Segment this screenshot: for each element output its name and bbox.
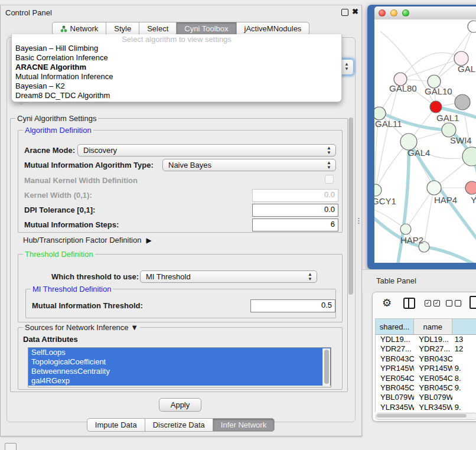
table-cell: 9. bbox=[452, 403, 476, 412]
kernel-width-row: Kernel Width (0,1): 0.0 bbox=[24, 189, 336, 202]
table-row[interactable]: YPR145WYPR145W9. bbox=[376, 364, 476, 373]
network-window-titlebar[interactable] bbox=[374, 6, 476, 20]
network-canvas[interactable]: GALGAL80GAL10GAL1GAL11SWI4GAL4GCY1HAP4YH… bbox=[374, 19, 476, 263]
network-node-gcy1[interactable] bbox=[374, 184, 382, 196]
table-cell: YPR145W bbox=[376, 364, 414, 373]
mi-type-label: Mutual Information Algorithm Type: bbox=[24, 161, 154, 169]
table-row[interactable]: YDR27...YDR27...12 bbox=[376, 344, 476, 354]
attribute-item-topologicalcoefficient[interactable]: TopologicalCoefficient bbox=[28, 357, 331, 367]
column-header-2[interactable] bbox=[452, 319, 476, 334]
mi-steps-row: Mutual Information Steps: 6 bbox=[24, 219, 336, 231]
tab-cyni-toolbox-label: Cyni Toolbox bbox=[184, 24, 228, 33]
mi-threshold-group: MI Threshold Definition Mutual Informati… bbox=[25, 289, 336, 318]
aracne-mode-select[interactable]: Discovery ▲▼ bbox=[77, 144, 336, 156]
scrollbar-thumb[interactable] bbox=[377, 414, 467, 418]
algorithm-option-dream8-dc-tdc-algorithm[interactable]: Dream8 DC_TDC Algorithm bbox=[12, 91, 341, 100]
table-cell: YBR045C bbox=[376, 383, 414, 393]
node-label-hap2: HAP2 bbox=[400, 235, 423, 245]
apply-button[interactable]: Apply bbox=[159, 398, 201, 412]
sources-group: Sources for Network Inference ▼ Data Att… bbox=[18, 327, 343, 390]
network-node[interactable] bbox=[468, 21, 476, 32]
combo-arrows-icon: ▲▼ bbox=[344, 62, 349, 71]
mi-threshold-field[interactable]: 0.5 bbox=[250, 299, 335, 312]
network-node[interactable] bbox=[430, 101, 442, 113]
column-header-name[interactable]: name bbox=[414, 319, 452, 334]
table-panel-window: ⚙ ✓✓ shared...name YDL19...YDL19...13YDR… bbox=[372, 292, 476, 422]
aracne-mode-label: Aracne Mode: bbox=[24, 146, 75, 155]
tab-cyni-toolbox[interactable]: Cyni Toolbox bbox=[176, 22, 236, 35]
table-cell: YDL19... bbox=[376, 335, 414, 344]
algorithm-option-bayesian-hill-climbing[interactable]: Bayesian – Hill Climbing bbox=[12, 44, 341, 53]
attribute-item-selfloops[interactable]: SelfLoops bbox=[28, 348, 331, 357]
dropdown-placeholder: Select algorithm to view settings bbox=[12, 34, 341, 44]
attribute-item-betweennesscentrality[interactable]: BetweennessCentrality bbox=[28, 367, 331, 376]
tab-discretize-data[interactable]: Discretize Data bbox=[145, 418, 213, 432]
scrollbar-thumb[interactable] bbox=[324, 350, 329, 384]
tab-jactivemnodules[interactable]: jActiveMNodules bbox=[236, 22, 310, 35]
network-node-hap2[interactable] bbox=[400, 224, 411, 234]
manual-kernel-row: Manual Kernel Width Definition bbox=[24, 174, 336, 187]
settings-vertical-scrollbar[interactable] bbox=[348, 117, 354, 389]
network-node-hap4[interactable] bbox=[427, 181, 441, 195]
deselect-all-checkboxes-icon[interactable] bbox=[446, 300, 461, 306]
table-horizontal-scrollbar[interactable] bbox=[376, 413, 476, 420]
scrollbar-thumb[interactable] bbox=[348, 118, 353, 295]
tab-infer-network[interactable]: Infer Network bbox=[213, 418, 275, 432]
mi-steps-field[interactable]: 6 bbox=[252, 219, 338, 231]
table-cell: 9. bbox=[452, 383, 476, 393]
table-cell: 13 bbox=[452, 335, 476, 344]
table-cell: YER054C bbox=[376, 374, 414, 383]
algorithm-option-aracne-algorithm[interactable]: ARACNE Algorithm bbox=[12, 63, 341, 72]
table-row[interactable]: YBR045CYBR045C9. bbox=[376, 383, 476, 393]
threshold-definition-group: Threshold Definition Which threshold to … bbox=[18, 254, 343, 322]
tab-infer-network-label: Infer Network bbox=[221, 420, 266, 429]
close-icon[interactable]: ✖ bbox=[352, 7, 358, 16]
network-node-y[interactable] bbox=[465, 181, 476, 194]
manual-kernel-checkbox[interactable] bbox=[325, 175, 334, 184]
manual-kernel-label: Manual Kernel Width Definition bbox=[24, 176, 138, 185]
mi-type-select[interactable]: Naive Bayes ▲▼ bbox=[162, 159, 336, 171]
tab-style[interactable]: Style bbox=[106, 22, 139, 35]
node-label-gal10: GAL10 bbox=[425, 86, 452, 96]
dpi-tolerance-field[interactable]: 0.0 bbox=[252, 204, 338, 217]
table-cell: 9. bbox=[452, 364, 476, 373]
dpi-tolerance-label: DPI Tolerance [0,1]: bbox=[24, 206, 95, 214]
table-row[interactable]: YDL19...YDL19...13 bbox=[376, 335, 476, 344]
kernel-width-field[interactable]: 0.0 bbox=[252, 189, 338, 202]
splitter-grip[interactable]: ••• bbox=[358, 217, 363, 226]
aracne-mode-value: Discovery bbox=[83, 146, 117, 155]
select-all-checkboxes-icon[interactable]: ✓✓ bbox=[425, 300, 440, 306]
collapsed-triangle-icon: ▶ bbox=[146, 236, 151, 244]
list-vertical-scrollbar[interactable] bbox=[322, 348, 330, 386]
tab-select[interactable]: Select bbox=[139, 22, 177, 35]
column-header-shared-[interactable]: shared... bbox=[376, 319, 414, 334]
tab-impute-data[interactable]: Impute Data bbox=[87, 418, 145, 432]
zoom-traffic-light[interactable] bbox=[402, 9, 409, 17]
algorithm-definition-title: Algorithm Definition bbox=[23, 126, 93, 135]
attribute-item-gal4rgexp[interactable]: gal4RGexp bbox=[28, 376, 331, 386]
table-row[interactable]: YER054CYER054C8. bbox=[376, 374, 476, 383]
export-table-icon[interactable] bbox=[470, 296, 476, 309]
sources-title[interactable]: Sources for Network Inference ▼ bbox=[23, 323, 140, 332]
table-header-row: shared...name bbox=[376, 319, 476, 335]
data-attributes-list[interactable]: SelfLoopsTopologicalCoefficientBetweenne… bbox=[28, 347, 331, 387]
network-node-gal11[interactable] bbox=[374, 107, 386, 120]
close-traffic-light[interactable] bbox=[379, 9, 386, 17]
minimized-panel-icon[interactable] bbox=[5, 443, 17, 450]
table-row[interactable]: YLR345WYLR345W9. bbox=[376, 403, 476, 412]
minimize-traffic-light[interactable] bbox=[390, 9, 397, 17]
table-row[interactable]: YBL079WYBL079W bbox=[376, 393, 476, 402]
gear-icon[interactable]: ⚙ bbox=[382, 296, 392, 309]
network-graph: GALGAL80GAL10GAL1GAL11SWI4GAL4GCY1HAP4YH… bbox=[374, 19, 476, 263]
float-window-icon[interactable] bbox=[341, 9, 348, 16]
hub-definition-toggle[interactable]: Hub/Transcription Factor Definition▶ bbox=[23, 236, 152, 244]
application-root: Control Panel ✖ NetworkStyleSelectCyni T… bbox=[0, 0, 476, 450]
tab-network[interactable]: Network bbox=[52, 22, 107, 35]
which-threshold-select[interactable]: MI Threshold ▲▼ bbox=[140, 270, 317, 283]
algorithm-option-mutual-information-inference[interactable]: Mutual Information Inference bbox=[12, 72, 341, 81]
algorithm-option-bayesian-k2[interactable]: Bayesian – K2 bbox=[12, 81, 341, 91]
network-node[interactable] bbox=[455, 94, 470, 110]
split-columns-icon[interactable] bbox=[403, 298, 415, 309]
table-row[interactable]: YBR043CYBR043C bbox=[376, 354, 476, 364]
algorithm-option-basic-correlation-inference[interactable]: Basic Correlation Inference bbox=[12, 53, 341, 63]
